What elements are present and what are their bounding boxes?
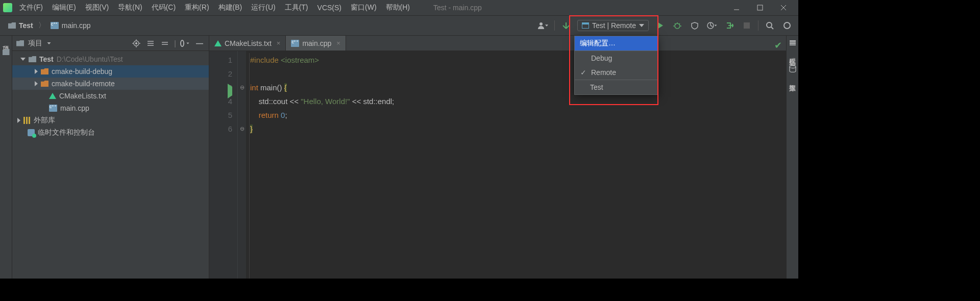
scratch-icon [28, 129, 35, 136]
tree-item-label: CMakeLists.txt [59, 92, 106, 100]
svg-point-16 [136, 42, 137, 44]
locate-file-icon[interactable] [131, 38, 141, 48]
hide-panel-icon[interactable]: — [194, 38, 205, 48]
close-button[interactable] [772, 0, 795, 15]
cmake-icon [214, 40, 222, 46]
tree-item-label: cmake-build-remote [52, 80, 115, 88]
tree-item-label: 外部库 [34, 116, 55, 125]
svg-point-29 [790, 66, 796, 68]
coverage-button[interactable] [689, 19, 701, 32]
database-icon [789, 65, 796, 72]
svg-rect-26 [790, 40, 796, 42]
run-configuration-selector[interactable]: Test | Remote [577, 20, 649, 31]
svg-point-13 [767, 22, 772, 28]
collapse-all-icon[interactable] [160, 38, 170, 48]
tree-item-cmake-build-debug[interactable]: cmake-build-debug [12, 65, 209, 78]
tab-label: CMakeLists.txt [225, 39, 272, 47]
code-line[interactable]: return 0; [250, 108, 394, 122]
tab-label: main.cpp [302, 39, 331, 47]
project-panel-title[interactable]: 项目 [28, 39, 42, 48]
cpp-file-icon [51, 22, 59, 29]
tree-item-label: main.cpp [60, 104, 89, 112]
separator [758, 20, 758, 31]
cmake-icon [49, 93, 56, 99]
menu-build[interactable]: 构建(B) [218, 3, 242, 12]
tree-item-scratches[interactable]: 临时文件和控制台 [12, 127, 209, 139]
menu-window[interactable]: 窗口(W) [351, 3, 377, 12]
folder-icon [3, 49, 10, 55]
close-tab-icon[interactable]: × [336, 39, 340, 47]
editor-gutter[interactable]: 123456 [209, 51, 238, 279]
ide-logo-icon [3, 3, 12, 12]
menu-help[interactable]: 帮助(H) [386, 3, 410, 12]
dropdown-item-remote[interactable]: ✓Remote [575, 65, 658, 80]
tree-item-external-libs[interactable]: 外部库 [12, 114, 209, 127]
svg-rect-1 [757, 5, 763, 10]
editor-area: CMakeLists.txt × main.cpp × 123456 ⊖⊖ #i… [209, 36, 786, 279]
right-tool-strip: 远程主机 数据库 [786, 36, 798, 279]
expand-all-icon[interactable] [145, 38, 156, 48]
user-icon[interactable] [537, 19, 549, 32]
code-line[interactable]: int main() { [250, 81, 394, 94]
folder-icon [16, 40, 24, 46]
svg-rect-27 [790, 42, 796, 44]
expand-icon[interactable] [17, 118, 20, 123]
tab-cmakelists[interactable]: CMakeLists.txt × [209, 36, 286, 51]
code-line[interactable]: std::cout << "Hello, World!" << std::end… [250, 94, 394, 108]
expand-icon[interactable] [35, 69, 38, 74]
project-panel: 项目 | — Test D:\Code\Ubuntu\Test [12, 36, 209, 279]
dropdown-item-debug[interactable]: Debug [575, 51, 658, 65]
fold-column[interactable]: ⊖⊖ [238, 51, 246, 279]
maximize-button[interactable] [748, 0, 772, 15]
stop-button[interactable] [741, 19, 753, 32]
tree-item-cmakelists[interactable]: CMakeLists.txt [12, 90, 209, 102]
menu-edit[interactable]: 编辑(E) [52, 3, 76, 12]
tree-root[interactable]: Test D:\Code\Ubuntu\Test [12, 53, 209, 65]
run-button[interactable] [654, 19, 666, 32]
menu-refactor[interactable]: 重构(R) [185, 3, 209, 12]
code-area[interactable]: #include <iostream> int main() { std::co… [246, 51, 394, 279]
dropdown-edit-configurations[interactable]: 编辑配置… [575, 36, 658, 51]
svg-rect-28 [790, 44, 796, 45]
window-title: Test - main.cpp [433, 4, 482, 12]
menu-code[interactable]: 代码(C) [152, 3, 176, 12]
menu-view[interactable]: 视图(V) [85, 3, 109, 12]
tree-item-cmake-build-remote[interactable]: cmake-build-remote [12, 78, 209, 90]
menu-tools[interactable]: 工具(T) [285, 3, 308, 12]
dropdown-item-test[interactable]: Test [575, 80, 658, 94]
breadcrumb[interactable]: Test 〉 main.cpp [5, 20, 94, 31]
run-configuration-label: Test | Remote [592, 21, 636, 30]
attach-button[interactable] [723, 19, 736, 32]
menu-vcs[interactable]: VCS(S) [317, 4, 341, 12]
menu-run[interactable]: 运行(U) [251, 3, 275, 12]
expand-icon[interactable] [35, 81, 38, 86]
menu-file[interactable]: 文件(F) [19, 3, 43, 12]
tree-item-main-cpp[interactable]: main.cpp [12, 102, 209, 114]
inspection-ok-icon[interactable]: ✔ [774, 40, 782, 51]
debug-button[interactable] [671, 19, 683, 32]
project-tree: Test D:\Code\Ubuntu\Test cmake-build-deb… [12, 51, 209, 141]
navigation-bar: Test 〉 main.cpp Test | Remote [0, 15, 798, 36]
library-icon [23, 117, 31, 124]
chevron-down-icon[interactable] [47, 42, 51, 44]
code-line[interactable]: #include <iostream> [250, 53, 394, 67]
breadcrumb-root: Test [19, 21, 33, 30]
close-tab-icon[interactable]: × [277, 39, 281, 47]
expand-icon[interactable] [20, 58, 26, 61]
search-everywhere-button[interactable] [764, 19, 776, 32]
vcs-update-icon[interactable] [560, 19, 572, 32]
svg-point-4 [540, 22, 543, 26]
separator: | [174, 39, 176, 47]
tree-item-label: cmake-build-debug [52, 67, 112, 76]
svg-rect-12 [744, 22, 750, 29]
tab-main-cpp[interactable]: main.cpp × [286, 36, 346, 51]
ide-settings-button[interactable] [781, 19, 793, 32]
code-line[interactable] [250, 67, 394, 81]
minimize-button[interactable] [725, 0, 748, 15]
code-line[interactable]: } [250, 122, 394, 136]
panel-settings-icon[interactable] [180, 38, 190, 48]
profile-button[interactable] [706, 19, 718, 32]
tree-item-label: 临时文件和控制台 [38, 128, 95, 137]
menu-navigate[interactable]: 导航(N) [118, 3, 142, 12]
cpp-file-icon [49, 105, 57, 112]
